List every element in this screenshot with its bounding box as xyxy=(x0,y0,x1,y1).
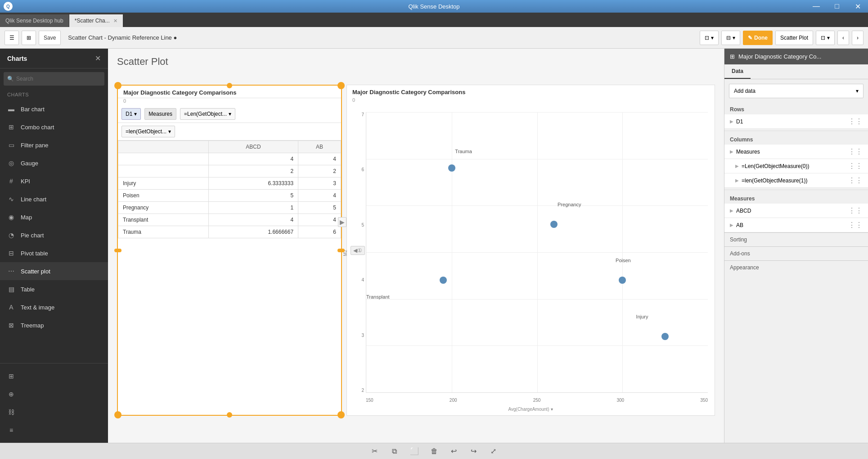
label-poisen: Poisen xyxy=(616,258,631,263)
snap-dropdown-icon: ▾ xyxy=(733,35,735,41)
undo-icon: ↩ xyxy=(451,447,457,455)
handle-right-mid[interactable] xyxy=(337,249,345,252)
sidebar-search-container: 🔍 xyxy=(4,72,104,86)
sidebar-item-kpi[interactable]: # KPI xyxy=(0,172,108,190)
rows-expand-icon[interactable]: ▶ xyxy=(730,119,733,124)
cut-button[interactable]: ✂ xyxy=(369,445,381,458)
search-input[interactable] xyxy=(4,72,104,86)
x-tick-350: 350 xyxy=(700,398,708,403)
sidebar-item-label: Map xyxy=(21,214,32,221)
label-pregnancy: Pregnancy xyxy=(558,202,581,207)
map-icon: ◉ xyxy=(7,214,15,221)
maximize-button[interactable]: □ xyxy=(827,0,847,13)
close-button[interactable]: ✕ xyxy=(847,0,868,13)
measures-button[interactable]: Measures xyxy=(144,108,176,120)
done-button[interactable]: ✎ Done xyxy=(743,31,773,45)
sidebar-close-button[interactable]: ✕ xyxy=(95,54,101,63)
sidebar-item-filter-pane[interactable]: ▭ Filter pane xyxy=(0,136,108,154)
combo-chart-icon: ⊞ xyxy=(7,123,15,131)
tab-scatter[interactable]: *Scatter Cha... ✕ xyxy=(69,14,123,27)
sidebar-item-line-chart[interactable]: ∿ Line chart xyxy=(0,190,108,208)
panel-grid-icon: ⊞ xyxy=(730,53,735,60)
minimize-button[interactable]: — xyxy=(806,0,827,13)
col-expr1-label: =len(GetObjectMeasure(1)) xyxy=(742,177,807,184)
measure-expr-button[interactable]: =Len(GetObject... ▾ xyxy=(180,108,235,120)
delete-button[interactable]: 🗑 xyxy=(428,445,441,458)
dimension-d1-button[interactable]: D1 ▾ xyxy=(121,108,141,120)
sidebar-item-treemap[interactable]: ⊠ Treemap xyxy=(0,316,108,334)
sidebar-item-pie-chart[interactable]: ◔ Pie chart xyxy=(0,226,108,244)
undo-button[interactable]: ↩ xyxy=(448,445,460,458)
sidebar-bottom-layers[interactable]: ≡ xyxy=(0,421,108,439)
redo-button[interactable]: ↪ xyxy=(468,445,480,458)
col-measures-expand[interactable]: ▶ xyxy=(730,149,733,154)
handle-top-left[interactable] xyxy=(114,82,121,89)
m-abcd-menu[interactable]: ⋮⋮ xyxy=(848,206,863,215)
sidebar-bottom-link[interactable]: ⛓ xyxy=(0,403,108,421)
col-measures-label: Measures xyxy=(736,149,760,155)
col-expr0-expand[interactable]: ▶ xyxy=(735,164,739,168)
tab-data[interactable]: Data xyxy=(724,64,751,79)
nav-next-button[interactable]: › xyxy=(852,31,864,45)
scatter-chart-title: Major Diagnostic Category Comparisons xyxy=(347,85,715,97)
kpi-icon: # xyxy=(7,177,15,185)
gauge-icon: ◎ xyxy=(7,159,15,167)
col-expr0-menu[interactable]: ⋮⋮ xyxy=(848,162,863,170)
measure-expr2-button[interactable]: =len(GetObject... ▾ xyxy=(121,126,175,137)
dashboard-icon: ⊞ xyxy=(7,373,15,380)
scatter-nav-left[interactable]: ◀① xyxy=(351,246,365,255)
sidebar-bottom-puzzle[interactable]: ⊕ xyxy=(0,385,108,403)
snap-button[interactable]: ⊟ ▾ xyxy=(721,31,740,45)
rows-d1-menu[interactable]: ⋮⋮ xyxy=(848,117,863,126)
col-expr1-expand[interactable]: ▶ xyxy=(735,178,739,183)
pivot-table-icon: ⊟ xyxy=(7,250,15,257)
export-button[interactable]: ⊡ ▾ xyxy=(816,31,835,45)
handle-left-mid[interactable] xyxy=(114,249,121,252)
m-abcd-expand[interactable]: ▶ xyxy=(730,208,733,213)
chart-scroll-right[interactable]: ▶ xyxy=(338,217,346,227)
sidebar-header: Charts ✕ xyxy=(0,49,108,68)
title-bar: Q Qlik Sense Desktop — □ ✕ xyxy=(0,0,868,13)
toolbar-right: ⊡ ▾ ⊟ ▾ ✎ Done Scatter Plot ⊡ ▾ ‹ › xyxy=(700,31,864,45)
sidebar-item-scatter-plot[interactable]: ⋯ Scatter plot xyxy=(0,262,108,280)
sidebar-item-pivot-table[interactable]: ⊟ Pivot table xyxy=(0,244,108,262)
handle-bottom-mid[interactable] xyxy=(227,412,232,418)
sidebar-item-text-image[interactable]: A Text & image xyxy=(0,298,108,316)
add-data-button[interactable]: Add data ▾ xyxy=(729,84,864,98)
x-axis-dropdown[interactable]: ▾ xyxy=(551,407,553,412)
screen-options-button[interactable]: ⊡ ▾ xyxy=(700,31,719,45)
tab-close-icon[interactable]: ✕ xyxy=(113,18,117,24)
handle-bottom-right[interactable] xyxy=(337,411,345,418)
chart-container: Major Diagnostic Category Comparisons 0 … xyxy=(117,85,715,416)
menu-button[interactable]: ☰ xyxy=(4,31,19,45)
expand-button[interactable]: ⤢ xyxy=(487,445,500,458)
m-ab-menu[interactable]: ⋮⋮ xyxy=(848,221,863,229)
save-button[interactable]: Save xyxy=(39,31,61,45)
sidebar-item-combo-chart[interactable]: ⊞ Combo chart xyxy=(0,118,108,136)
sidebar-item-map[interactable]: ◉ Map xyxy=(0,208,108,226)
tab-hub[interactable]: Qlik Sense Desktop hub xyxy=(0,14,69,27)
sidebar-bottom-dashboard[interactable]: ⊞ xyxy=(0,367,108,385)
col-measures-menu[interactable]: ⋮⋮ xyxy=(848,147,863,156)
view-button[interactable]: ⊞ xyxy=(22,31,36,45)
screen-icon: ⊡ xyxy=(705,35,709,41)
sorting-section[interactable]: Sorting xyxy=(724,232,868,246)
col-abcd-header: ABCD xyxy=(208,141,298,153)
chart-type-text: Scatter Plot xyxy=(780,35,808,41)
handle-bottom-left[interactable] xyxy=(114,411,121,418)
copy-button[interactable]: ⧉ xyxy=(388,445,401,458)
sidebar-item-bar-chart[interactable]: ▬ Bar chart xyxy=(0,100,108,118)
table-row: Pregnancy15 xyxy=(118,202,341,214)
m-ab-expand[interactable]: ▶ xyxy=(730,223,733,227)
nav-prev-button[interactable]: ‹ xyxy=(837,31,849,45)
sidebar-item-table[interactable]: ▤ Table xyxy=(0,280,108,298)
x-tick-300: 300 xyxy=(616,398,624,403)
handle-top-right[interactable] xyxy=(337,82,345,89)
appearance-section[interactable]: Appearance xyxy=(724,260,868,274)
col-measures-left: ▶ Measures xyxy=(730,149,760,155)
paste-button[interactable]: ⬜ xyxy=(408,445,421,458)
handle-top-mid[interactable] xyxy=(227,83,232,88)
addons-section[interactable]: Add-ons xyxy=(724,246,868,260)
col-expr1-menu[interactable]: ⋮⋮ xyxy=(848,176,863,185)
sidebar-item-gauge[interactable]: ◎ Gauge xyxy=(0,154,108,172)
